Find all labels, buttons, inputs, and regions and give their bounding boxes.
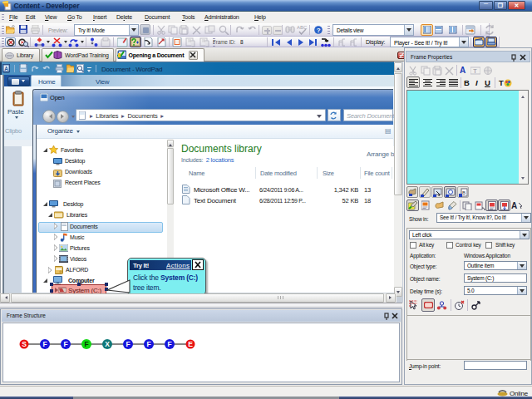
svg-text:B: B <box>462 190 466 195</box>
svg-text:F: F <box>167 340 171 348</box>
svg-text:F: F <box>84 340 88 348</box>
svg-text:A: A <box>4 66 8 71</box>
svg-text:F: F <box>63 340 67 348</box>
svg-text:A: A <box>511 201 517 210</box>
svg-text:T: T <box>473 67 477 75</box>
svg-text:?: ? <box>317 27 321 34</box>
svg-text:F: F <box>146 340 150 348</box>
svg-text:F: F <box>126 340 130 348</box>
svg-text:F: F <box>42 340 47 348</box>
svg-text:S: S <box>22 340 27 348</box>
svg-text:X: X <box>105 340 110 348</box>
svg-text:E: E <box>188 340 193 348</box>
